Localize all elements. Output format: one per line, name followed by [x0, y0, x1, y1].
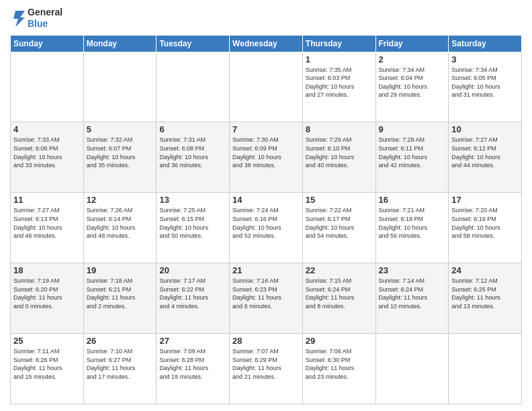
day-info: Sunrise: 7:20 AM Sunset: 6:19 PM Dayligh…: [451, 206, 519, 240]
day-number: 25: [13, 336, 81, 346]
calendar-cell: [83, 52, 157, 122]
day-number: 29: [306, 336, 373, 346]
day-number: 27: [159, 336, 226, 346]
calendar-cell: 27Sunrise: 7:09 AM Sunset: 6:28 PM Dayli…: [157, 334, 230, 404]
calendar-cell: 2Sunrise: 7:34 AM Sunset: 6:04 PM Daylig…: [375, 52, 449, 122]
page: General Blue SundayMondayTuesdayWednesda…: [0, 0, 532, 411]
day-number: 28: [232, 336, 300, 346]
calendar-cell: 21Sunrise: 7:16 AM Sunset: 6:23 PM Dayli…: [230, 263, 303, 334]
calendar-cell: 23Sunrise: 7:14 AM Sunset: 6:24 PM Dayli…: [375, 263, 449, 334]
calendar-cell: 22Sunrise: 7:15 AM Sunset: 6:24 PM Dayli…: [302, 263, 375, 334]
calendar-week-row: 1Sunrise: 7:35 AM Sunset: 6:03 PM Daylig…: [11, 52, 522, 122]
calendar-day-header: Tuesday: [157, 35, 230, 52]
day-number: 13: [159, 195, 226, 205]
day-info: Sunrise: 7:34 AM Sunset: 6:05 PM Dayligh…: [451, 66, 519, 99]
day-info: Sunrise: 7:27 AM Sunset: 6:12 PM Dayligh…: [451, 136, 519, 169]
calendar-cell: [449, 334, 522, 404]
calendar-cell: 24Sunrise: 7:12 AM Sunset: 6:25 PM Dayli…: [449, 263, 522, 334]
calendar-cell: 8Sunrise: 7:29 AM Sunset: 6:10 PM Daylig…: [302, 122, 375, 193]
day-info: Sunrise: 7:33 AM Sunset: 6:06 PM Dayligh…: [13, 136, 81, 169]
calendar-cell: 4Sunrise: 7:33 AM Sunset: 6:06 PM Daylig…: [11, 122, 84, 193]
day-number: 12: [87, 195, 154, 205]
calendar-week-row: 25Sunrise: 7:11 AM Sunset: 6:26 PM Dayli…: [11, 334, 522, 404]
day-info: Sunrise: 7:35 AM Sunset: 6:03 PM Dayligh…: [306, 66, 373, 99]
logo-line1: General: [28, 7, 62, 18]
calendar-cell: 17Sunrise: 7:20 AM Sunset: 6:19 PM Dayli…: [449, 193, 522, 263]
day-number: 3: [451, 54, 519, 64]
calendar-cell: 15Sunrise: 7:22 AM Sunset: 6:17 PM Dayli…: [302, 193, 375, 263]
day-info: Sunrise: 7:32 AM Sunset: 6:07 PM Dayligh…: [87, 136, 154, 169]
svg-marker-0: [13, 11, 25, 27]
calendar-day-header: Thursday: [302, 35, 375, 52]
day-info: Sunrise: 7:16 AM Sunset: 6:23 PM Dayligh…: [232, 277, 300, 310]
calendar-cell: 14Sunrise: 7:24 AM Sunset: 6:16 PM Dayli…: [230, 193, 303, 263]
day-number: 21: [232, 265, 300, 275]
calendar-day-header: Wednesday: [230, 35, 303, 52]
calendar-cell: 18Sunrise: 7:19 AM Sunset: 6:20 PM Dayli…: [11, 263, 84, 334]
day-number: 18: [13, 265, 81, 275]
calendar-cell: 5Sunrise: 7:32 AM Sunset: 6:07 PM Daylig…: [83, 122, 157, 193]
logo: General Blue: [10, 7, 62, 30]
day-info: Sunrise: 7:27 AM Sunset: 6:13 PM Dayligh…: [13, 206, 81, 240]
calendar-week-row: 4Sunrise: 7:33 AM Sunset: 6:06 PM Daylig…: [11, 122, 522, 193]
calendar-table: SundayMondayTuesdayWednesdayThursdayFrid…: [10, 35, 522, 404]
day-info: Sunrise: 7:06 AM Sunset: 6:30 PM Dayligh…: [306, 347, 373, 381]
day-number: 16: [379, 195, 446, 205]
day-info: Sunrise: 7:10 AM Sunset: 6:27 PM Dayligh…: [87, 347, 154, 381]
day-number: 8: [306, 124, 373, 134]
calendar-cell: 7Sunrise: 7:30 AM Sunset: 6:09 PM Daylig…: [230, 122, 303, 193]
day-number: 7: [232, 124, 300, 134]
day-number: 11: [13, 195, 81, 205]
calendar-day-header: Saturday: [449, 35, 522, 52]
calendar-header-row: SundayMondayTuesdayWednesdayThursdayFrid…: [11, 35, 522, 52]
calendar-cell: 1Sunrise: 7:35 AM Sunset: 6:03 PM Daylig…: [302, 52, 375, 122]
day-number: 5: [87, 124, 154, 134]
day-number: 9: [379, 124, 446, 134]
day-info: Sunrise: 7:14 AM Sunset: 6:24 PM Dayligh…: [379, 277, 446, 310]
day-number: 14: [232, 195, 300, 205]
day-info: Sunrise: 7:31 AM Sunset: 6:08 PM Dayligh…: [159, 136, 226, 169]
calendar-day-header: Monday: [83, 35, 157, 52]
day-number: 26: [87, 336, 154, 346]
day-info: Sunrise: 7:29 AM Sunset: 6:10 PM Dayligh…: [306, 136, 373, 169]
calendar-cell: 3Sunrise: 7:34 AM Sunset: 6:05 PM Daylig…: [449, 52, 522, 122]
calendar-cell: 11Sunrise: 7:27 AM Sunset: 6:13 PM Dayli…: [11, 193, 84, 263]
calendar-cell: 10Sunrise: 7:27 AM Sunset: 6:12 PM Dayli…: [449, 122, 522, 193]
day-info: Sunrise: 7:26 AM Sunset: 6:14 PM Dayligh…: [87, 206, 154, 240]
day-info: Sunrise: 7:09 AM Sunset: 6:28 PM Dayligh…: [159, 347, 226, 381]
calendar-cell: 20Sunrise: 7:17 AM Sunset: 6:22 PM Dayli…: [157, 263, 230, 334]
day-info: Sunrise: 7:19 AM Sunset: 6:20 PM Dayligh…: [13, 277, 81, 310]
calendar-day-header: Friday: [375, 35, 449, 52]
day-info: Sunrise: 7:11 AM Sunset: 6:26 PM Dayligh…: [13, 347, 81, 381]
calendar-cell: 9Sunrise: 7:28 AM Sunset: 6:11 PM Daylig…: [375, 122, 449, 193]
day-info: Sunrise: 7:18 AM Sunset: 6:21 PM Dayligh…: [87, 277, 154, 310]
calendar-cell: 29Sunrise: 7:06 AM Sunset: 6:30 PM Dayli…: [302, 334, 375, 404]
day-number: 1: [306, 54, 373, 64]
day-info: Sunrise: 7:25 AM Sunset: 6:15 PM Dayligh…: [159, 206, 226, 240]
day-info: Sunrise: 7:15 AM Sunset: 6:24 PM Dayligh…: [306, 277, 373, 310]
day-info: Sunrise: 7:21 AM Sunset: 6:18 PM Dayligh…: [379, 206, 446, 240]
day-info: Sunrise: 7:07 AM Sunset: 6:29 PM Dayligh…: [232, 347, 300, 381]
calendar-cell: [375, 334, 449, 404]
day-info: Sunrise: 7:17 AM Sunset: 6:22 PM Dayligh…: [159, 277, 226, 310]
calendar-cell: [230, 52, 303, 122]
calendar-cell: [11, 52, 84, 122]
calendar-cell: 16Sunrise: 7:21 AM Sunset: 6:18 PM Dayli…: [375, 193, 449, 263]
day-number: 23: [379, 265, 446, 275]
day-info: Sunrise: 7:22 AM Sunset: 6:17 PM Dayligh…: [306, 206, 373, 240]
day-number: 2: [379, 54, 446, 64]
day-info: Sunrise: 7:28 AM Sunset: 6:11 PM Dayligh…: [379, 136, 446, 169]
calendar-cell: 28Sunrise: 7:07 AM Sunset: 6:29 PM Dayli…: [230, 334, 303, 404]
calendar-cell: 13Sunrise: 7:25 AM Sunset: 6:15 PM Dayli…: [157, 193, 230, 263]
calendar-day-header: Sunday: [11, 35, 84, 52]
logo-line2: Blue: [28, 18, 62, 30]
day-number: 15: [306, 195, 373, 205]
day-number: 19: [87, 265, 154, 275]
day-number: 10: [451, 124, 519, 134]
calendar-cell: 12Sunrise: 7:26 AM Sunset: 6:14 PM Dayli…: [83, 193, 157, 263]
day-info: Sunrise: 7:30 AM Sunset: 6:09 PM Dayligh…: [232, 136, 300, 169]
calendar-week-row: 18Sunrise: 7:19 AM Sunset: 6:20 PM Dayli…: [11, 263, 522, 334]
day-number: 22: [306, 265, 373, 275]
day-number: 4: [13, 124, 81, 134]
calendar-cell: 25Sunrise: 7:11 AM Sunset: 6:26 PM Dayli…: [11, 334, 84, 404]
